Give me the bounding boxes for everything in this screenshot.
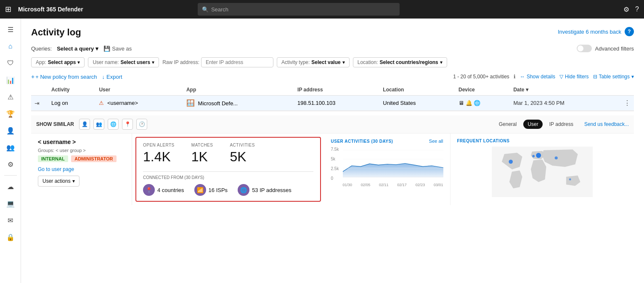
sidebar: ☰ ⌂ 🛡 📊 ⚠ 🏆 👤 👥 ⚙ ☁ 💻 ✉ 🔒 — [0, 19, 21, 283]
row-app: 🪟 Microsoft Defe... — [183, 96, 294, 111]
more-icon[interactable]: ⋮ — [624, 99, 631, 107]
sidebar-item-lock[interactable]: 🔒 — [2, 230, 19, 245]
show-similar-time-icon[interactable]: 🕐 — [136, 119, 147, 130]
advanced-filters-toggle[interactable] — [577, 45, 592, 52]
sidebar-item-group[interactable]: 👥 — [2, 140, 19, 155]
tab-general[interactable]: General — [495, 120, 521, 129]
ip-addresses-stat: 🌐 53 IP addresses — [238, 184, 292, 196]
activity-type-label: Activity type: — [281, 59, 310, 65]
svg-point-7 — [554, 156, 557, 159]
col-header-date[interactable]: Date ▾ — [510, 84, 620, 96]
activity-type-value: Select value — [311, 59, 340, 65]
row-ip: 198.51.100.103 — [294, 96, 379, 111]
send-feedback-link[interactable]: Send us feedback... — [584, 121, 629, 127]
search-bar[interactable]: 🔍 — [198, 3, 400, 16]
username-filter[interactable]: User name: Select users ▾ — [88, 57, 159, 67]
sidebar-item-chart[interactable]: 📊 — [2, 72, 19, 88]
show-similar-ip-icon[interactable]: 🌐 — [108, 119, 119, 130]
detail-panel: SHOW SIMILAR 👤 👥 🌐 📍 🕐 General User IP a… — [31, 111, 634, 205]
row-devices: 🖥 🔔 🌐 — [455, 96, 510, 111]
see-all-link[interactable]: See all — [429, 139, 443, 144]
new-policy-button[interactable]: + + New policy from search — [31, 73, 97, 80]
world-map-svg — [457, 147, 628, 197]
row-activity: Log on — [48, 96, 95, 111]
device-monitor-icon: 🖥 — [458, 100, 464, 106]
show-similar-person-icon[interactable]: 👤 — [79, 119, 90, 130]
sidebar-item-shield[interactable]: 🛡 — [2, 56, 19, 71]
search-input[interactable] — [211, 6, 395, 13]
app-filter[interactable]: App: Select apps ▾ — [31, 57, 85, 67]
table-icon: ⊟ — [593, 74, 597, 80]
sidebar-item-user[interactable]: 👤 — [2, 123, 19, 138]
queries-select[interactable]: Select a query ▾ — [57, 45, 98, 52]
go-to-user-link[interactable]: Go to user page — [38, 166, 125, 172]
activities-stat: ACTIVITIES 5K — [230, 143, 254, 165]
show-details-button[interactable]: ↔ Show details — [520, 74, 555, 80]
activity-count: 1 - 20 of 5,000+ activities — [453, 74, 509, 80]
col-header-app[interactable]: App — [183, 84, 294, 96]
sidebar-item-menu[interactable]: ☰ — [2, 22, 19, 37]
chevron-down-icon: ▾ — [72, 178, 75, 184]
svg-point-8 — [532, 155, 535, 158]
col-header-user[interactable]: User — [95, 84, 183, 96]
chevron-down-icon: ▾ — [342, 59, 345, 65]
user-actions-button[interactable]: User actions ▾ — [38, 176, 80, 187]
chart-title: USER ACTIVITIES (30 DAYS) — [331, 139, 393, 144]
show-similar-location-icon[interactable]: 📍 — [122, 119, 133, 130]
username-filter-value: Select users — [120, 59, 150, 65]
sidebar-item-devices[interactable]: 💻 — [2, 196, 19, 211]
sidebar-item-cloud[interactable]: ☁ — [2, 179, 19, 194]
sidebar-item-trophy[interactable]: 🏆 — [2, 106, 19, 121]
info-icon: ℹ — [514, 74, 516, 80]
activities-label: ACTIVITIES — [230, 143, 254, 147]
sidebar-item-api[interactable]: ⚙ — [2, 157, 19, 172]
group-name: < user group > — [56, 148, 86, 153]
chart-panel: USER ACTIVITIES (30 DAYS) See all 7.5k 5… — [324, 133, 451, 205]
toggle-knob — [578, 45, 583, 51]
detail-tabs: General User IP address — [495, 120, 578, 129]
sidebar-item-mail[interactable]: ✉ — [2, 213, 19, 228]
isp-icon: 📶 — [194, 184, 206, 196]
sidebar-divider — [4, 175, 17, 176]
topnav: ⊞ Microsoft 365 Defender 🔍 ⚙ ? — [0, 0, 644, 19]
col-header-activity-name[interactable]: Activity — [48, 84, 95, 96]
open-alerts-value: 1.4K — [143, 149, 175, 165]
badge-internal: INTERNAL — [38, 155, 68, 162]
show-similar-group-icon[interactable]: 👥 — [93, 119, 104, 130]
row-more-actions[interactable]: ⋮ — [620, 96, 634, 111]
settings-icon[interactable]: ⚙ — [623, 5, 629, 13]
open-alerts-stat: OPEN ALERTS 1.4K — [143, 143, 175, 165]
investigate-link[interactable]: Investigate 6 months back — [558, 29, 621, 35]
hide-filters-button[interactable]: ▽ Hide filters — [559, 74, 589, 80]
waffle-icon[interactable]: ⊞ — [5, 5, 11, 14]
toolbar-left: + + New policy from search ↓ Export — [31, 73, 122, 80]
help-button[interactable]: ? — [625, 27, 634, 36]
plus-icon: + — [31, 73, 34, 80]
help-icon[interactable]: ? — [635, 5, 639, 13]
advanced-filters-label: Advanced filters — [595, 45, 634, 52]
export-button[interactable]: ↓ Export — [102, 74, 122, 80]
map-container — [457, 147, 628, 197]
activity-type-filter[interactable]: Activity type: Select value ▾ — [277, 57, 350, 67]
tab-user[interactable]: User — [523, 120, 542, 129]
show-similar-bar: SHOW SIMILAR 👤 👥 🌐 📍 🕐 General User IP a… — [31, 115, 634, 133]
matches-value: 1K — [191, 149, 213, 165]
sidebar-item-incidents[interactable]: ⚠ — [2, 89, 19, 104]
location-filter[interactable]: Location: Select countries/regions ▾ — [353, 57, 447, 67]
filter-bar: App: Select apps ▾ User name: Select use… — [31, 57, 634, 67]
col-header-actions — [620, 84, 634, 96]
save-as-button[interactable]: 💾 Save as — [103, 45, 132, 52]
raw-ip-input[interactable] — [201, 57, 273, 67]
sidebar-item-home[interactable]: ⌂ — [2, 39, 19, 54]
col-header-location[interactable]: Location — [379, 84, 455, 96]
table-row[interactable]: ⇥ Log on ⚠ <username> 🪟 Microsoft Defe..… — [31, 96, 634, 111]
chevron-down-icon: ▾ — [95, 45, 98, 52]
device-globe-icon: 🌐 — [474, 100, 480, 106]
col-header-ip[interactable]: IP address — [294, 84, 379, 96]
table-settings-button[interactable]: ⊟ Table settings ▾ — [593, 74, 634, 80]
ip-icon: 🌐 — [238, 184, 249, 196]
save-icon: 💾 — [103, 45, 110, 52]
tab-ip-address[interactable]: IP address — [545, 120, 578, 129]
col-header-device[interactable]: Device — [455, 84, 510, 96]
main-content: Activity log Investigate 6 months back ?… — [21, 19, 644, 283]
